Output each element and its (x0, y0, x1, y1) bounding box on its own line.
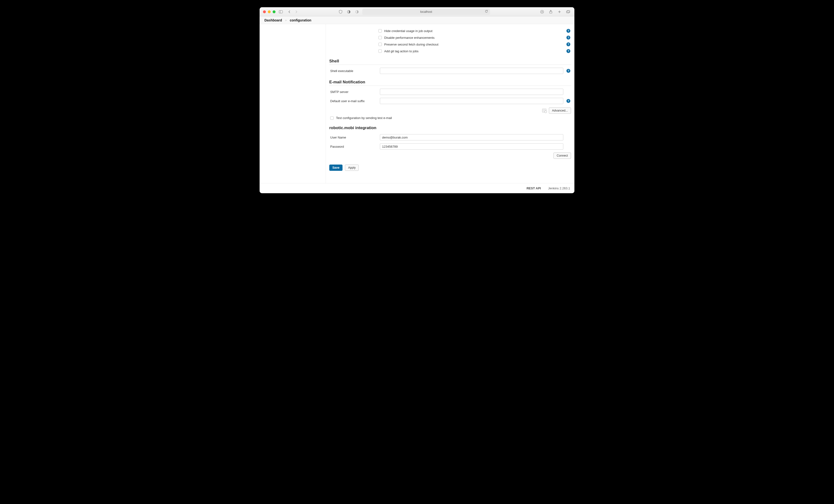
email-suffix-input[interactable] (380, 98, 563, 104)
downloads-icon[interactable] (539, 9, 545, 15)
row-shell-executable: Shell executable ? (329, 66, 571, 75)
help-icon[interactable]: ? (567, 36, 570, 40)
label-username: User Name (329, 136, 377, 139)
nav-back-icon[interactable] (287, 9, 292, 15)
footer-rest-api[interactable]: REST API (526, 186, 541, 190)
option-test-email: Test configuration by sending test e-mai… (329, 115, 571, 121)
row-password: Password (329, 142, 571, 151)
help-icon[interactable]: ? (567, 69, 570, 73)
option-hide-credential: Hide credential usage in job output ? (329, 27, 571, 34)
breadcrumb-root[interactable]: Dashboard (264, 18, 282, 22)
main-content: Hide credential usage in job output ? Di… (326, 24, 574, 183)
username-input[interactable] (380, 134, 563, 140)
label-password: Password (329, 145, 377, 148)
option-disable-perf: Disable performance enhancements ? (329, 34, 571, 41)
checkbox-label: Test configuration by sending test e-mai… (336, 116, 571, 120)
new-tab-icon[interactable] (556, 9, 562, 15)
minimize-window-icon[interactable] (268, 10, 271, 13)
checkbox[interactable] (330, 116, 334, 120)
checkbox-label: Hide credential usage in job output (384, 29, 563, 33)
checkbox-label: Disable performance enhancements (384, 36, 563, 40)
help-icon[interactable]: ? (567, 99, 570, 103)
password-input[interactable] (380, 143, 563, 150)
svg-rect-6 (567, 11, 569, 13)
sidebar (260, 24, 326, 183)
checkbox-label: Add git tag action to jobs (384, 49, 563, 53)
option-preserve-fetch: Preserve second fetch during checkout ? (329, 41, 571, 48)
svg-rect-0 (279, 10, 283, 13)
checkbox[interactable] (378, 49, 382, 53)
browser-window: localhost Dashboard › configuration (260, 7, 574, 193)
section-title-shell: Shell (329, 59, 571, 65)
checkbox-label: Preserve second fetch during checkout (384, 43, 563, 46)
nav-forward-icon[interactable] (293, 9, 299, 15)
save-button[interactable]: Save (329, 164, 343, 171)
shield-icon[interactable] (338, 9, 344, 15)
close-window-icon[interactable] (263, 10, 266, 13)
browser-toolbar: localhost (260, 7, 574, 16)
footer-jenkins-version: Jenkins 2.263.1 (548, 186, 570, 190)
label-smtp: SMTP server (329, 90, 377, 94)
sidebar-toggle-icon[interactable] (278, 9, 284, 15)
section-title-email: E-mail Notification (329, 80, 571, 86)
svg-rect-7 (567, 10, 570, 13)
share-icon[interactable] (548, 9, 554, 15)
shell-executable-input[interactable] (380, 68, 563, 74)
tracker-icon[interactable] (354, 9, 360, 15)
checkbox[interactable] (378, 43, 382, 46)
breadcrumb-page: configuration (290, 18, 311, 22)
row-email-suffix: Default user e-mail suffix ? (329, 96, 571, 106)
address-text: localhost (420, 10, 432, 14)
privacy-icon[interactable] (346, 9, 352, 15)
chevron-right-icon: › (285, 19, 286, 22)
advanced-button[interactable]: Advanced... (549, 108, 571, 114)
advanced-icon (542, 109, 546, 113)
window-controls (263, 10, 276, 13)
help-icon[interactable]: ? (567, 42, 570, 46)
checkbox[interactable] (378, 29, 382, 32)
connect-button[interactable]: Connect (553, 153, 571, 159)
apply-button[interactable]: Apply (345, 164, 359, 171)
address-bar[interactable]: localhost (362, 9, 490, 15)
tabs-overview-icon[interactable] (565, 9, 571, 15)
row-smtp-server: SMTP server (329, 87, 571, 96)
help-icon[interactable]: ? (567, 29, 570, 33)
maximize-window-icon[interactable] (272, 10, 276, 13)
help-icon[interactable]: ? (567, 49, 570, 53)
label-email-suffix: Default user e-mail suffix (329, 99, 377, 103)
row-username: User Name (329, 133, 571, 142)
option-add-git-tag: Add git tag action to jobs ? (329, 48, 571, 54)
reload-icon[interactable] (485, 9, 488, 13)
label-shell-executable: Shell executable (329, 69, 377, 73)
section-title-robotic: robotic.mobi integration (329, 125, 571, 131)
checkbox[interactable] (378, 36, 382, 39)
breadcrumb: Dashboard › configuration (260, 16, 574, 24)
footer: REST API Jenkins 2.263.1 (260, 183, 574, 193)
smtp-server-input[interactable] (380, 89, 563, 95)
